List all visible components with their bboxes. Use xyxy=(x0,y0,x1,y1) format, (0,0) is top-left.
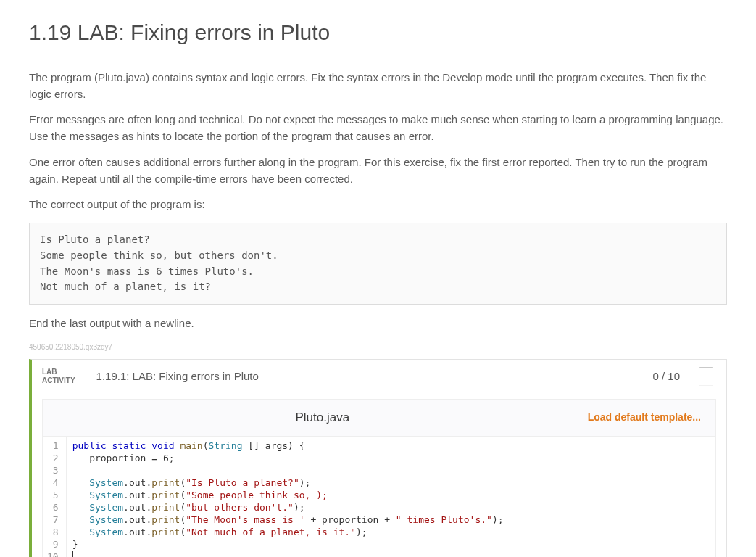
text-cursor xyxy=(72,551,73,557)
lab-score: 0 / 10 xyxy=(652,368,680,384)
after-block-paragraph: End the last output with a newline. xyxy=(29,315,727,331)
lab-label-line2: ACTIVITY xyxy=(42,376,75,385)
code-line[interactable]: public static void main(String [] args) … xyxy=(72,440,710,452)
code-editor-panel: Pluto.java Load default template... 1234… xyxy=(42,399,716,557)
content-hash-id: 450650.2218050.qx3zqy7 xyxy=(29,342,727,353)
lab-activity-card: LAB ACTIVITY 1.19.1: LAB: Fixing errors … xyxy=(29,359,727,557)
line-number: 7 xyxy=(47,513,59,526)
lab-header: LAB ACTIVITY 1.19.1: LAB: Fixing errors … xyxy=(32,360,726,393)
line-number: 6 xyxy=(47,501,59,513)
page-title: 1.19 LAB: Fixing errors in Pluto xyxy=(29,16,727,50)
lab-label-line1: LAB xyxy=(42,368,75,376)
line-gutter: 12345678910 xyxy=(43,437,67,557)
code-line[interactable]: System.out.print("The Moon's mass is ' +… xyxy=(72,513,710,526)
lab-label: LAB ACTIVITY xyxy=(42,368,86,385)
code-line[interactable]: proportion = 6; xyxy=(72,452,710,464)
code-area[interactable]: public static void main(String [] args) … xyxy=(67,437,715,557)
code-editor[interactable]: 12345678910 public static void main(Stri… xyxy=(43,436,715,557)
intro-paragraph-1: The program (Pluto.java) contains syntax… xyxy=(29,69,727,103)
intro-paragraph-4: The correct output of the program is: xyxy=(29,196,727,213)
intro-paragraph-2: Error messages are often long and techni… xyxy=(29,111,727,145)
code-line[interactable] xyxy=(72,464,710,476)
intro-paragraph-3: One error often causes additional errors… xyxy=(29,154,727,188)
line-number: 8 xyxy=(47,526,59,538)
bookmark-icon[interactable] xyxy=(699,367,713,386)
line-number: 9 xyxy=(47,538,59,550)
line-number: 1 xyxy=(47,440,59,452)
code-line[interactable]: System.out.print("but others don't."); xyxy=(72,501,710,513)
line-number: 2 xyxy=(47,452,59,464)
code-line[interactable]: } xyxy=(72,538,710,550)
editor-toolbar: Pluto.java Load default template... xyxy=(43,400,715,436)
expected-output-block: Is Pluto a planet? Some people think so,… xyxy=(29,223,727,305)
line-number: 10 xyxy=(47,550,59,557)
load-default-button[interactable]: Load default template... xyxy=(588,410,701,426)
line-number: 5 xyxy=(47,489,59,501)
code-line[interactable]: System.out.print("Is Pluto a planet?"); xyxy=(72,476,710,489)
lab-activity-title: 1.19.1: LAB: Fixing errors in Pluto xyxy=(96,368,259,384)
line-number: 4 xyxy=(47,476,59,489)
line-number: 3 xyxy=(47,464,59,476)
code-line[interactable] xyxy=(72,550,710,557)
file-tab[interactable]: Pluto.java xyxy=(57,408,588,427)
code-line[interactable]: System.out.print("Not much of a planet, … xyxy=(72,526,710,538)
code-line[interactable]: System.out.print("Some people think so, … xyxy=(72,489,710,501)
